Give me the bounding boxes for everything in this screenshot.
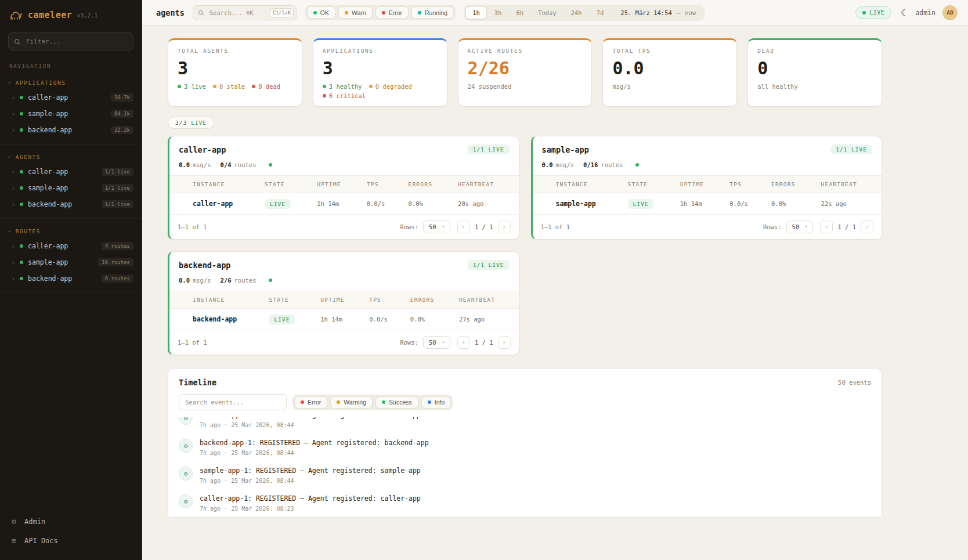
running-dot	[418, 11, 421, 15]
avatar[interactable]: AD	[942, 5, 958, 20]
timeline-event[interactable]: ⚙ caller-app-1: REGISTERED — Agent regis…	[179, 489, 871, 517]
stat-subtext: msg/s	[612, 83, 727, 90]
page-indicator: 1 / 1	[475, 339, 493, 346]
timeline-event[interactable]: ⚙ caller-app-1: REGISTERED — Agent regis…	[179, 417, 871, 433]
item-badge: 84.1k	[111, 110, 133, 118]
time-range-24h[interactable]: 24h	[564, 6, 589, 19]
errors-cell: 0.0%	[404, 309, 453, 330]
filter-pill-warn[interactable]: Warn	[338, 6, 373, 19]
health-dot	[635, 163, 639, 167]
time-range-6h[interactable]: 6h	[509, 6, 530, 19]
timeline-filter-error[interactable]: Error	[294, 396, 327, 409]
prev-page-button[interactable]: ‹	[457, 336, 470, 349]
next-page-button[interactable]: ›	[861, 221, 873, 233]
rows-label: Rows:	[763, 223, 782, 230]
uptime-cell: 1h 14m	[315, 309, 363, 330]
chevron-right-icon: ›	[12, 169, 15, 175]
section-header-agents[interactable]: ▾ AGENTS	[0, 148, 142, 164]
live-summary-count: 3/3	[175, 120, 187, 126]
prev-page-button[interactable]: ‹	[457, 221, 470, 233]
timeline-event-list[interactable]: ⚙ caller-app-1: REGISTERED — Agent regis…	[168, 417, 882, 517]
tps-value: 0.0	[542, 161, 553, 168]
next-page-button[interactable]: ›	[498, 336, 511, 349]
item-badge: 6 routes	[102, 274, 133, 283]
instance-name: backend-app	[187, 309, 263, 330]
sidebar-item-application-backend-app[interactable]: › backend-app 32.2k	[0, 122, 142, 138]
time-range-1h[interactable]: 1h	[465, 6, 487, 19]
filter-label: Running	[425, 9, 447, 16]
section-header-applications[interactable]: ▾ APPLICATIONS	[0, 74, 142, 89]
item-badge: 32.2k	[111, 126, 133, 134]
timeline-filter-info[interactable]: Info	[421, 396, 452, 409]
filter-pill-error[interactable]: Error	[375, 6, 409, 19]
rows-per-page-select[interactable]: 50 ▾	[423, 336, 450, 349]
sidebar-item-agent-backend-app[interactable]: › backend-app 1/1 live	[0, 196, 142, 212]
page-title: agents	[156, 8, 185, 17]
event-gear-icon: ⚙	[179, 494, 193, 508]
time-range-group: 1h 3h 6h Today 24h 7d 25. März 14:54 — n…	[464, 5, 705, 21]
next-page-button[interactable]: ›	[498, 221, 511, 233]
sidebar-item-admin[interactable]: ⚙ Admin	[9, 512, 132, 530]
sidebar-item-routes-sample-app[interactable]: › sample-app 16 routes	[0, 254, 142, 270]
content: TOTAL AGENTS 3 3 live 0 stale 0 dead APP…	[142, 26, 968, 560]
table-footer: 1–1 of 1 Rows: 50 ▾ ‹ 1 / 1 ›	[169, 215, 519, 239]
status-dot	[20, 277, 23, 280]
table-row[interactable]: caller-app LIVE 1h 14m 0.0/s 0.0% 20s ag…	[169, 193, 519, 215]
instance-name: caller-app	[187, 193, 259, 215]
col-header: INSTANCE	[187, 291, 263, 309]
time-range-display: 25. März 14:54 — now	[611, 9, 703, 16]
sidebar-item-agent-caller-app[interactable]: › caller-app 1/1 live	[0, 164, 142, 180]
routes-unit: routes	[234, 161, 257, 168]
success-dot	[382, 400, 385, 404]
healthy-dot	[323, 85, 326, 88]
sidebar-item-application-sample-app[interactable]: › sample-app 84.1k	[0, 106, 142, 122]
event-timestamp: 7h ago · 25 Mar 2026, 08:44	[200, 422, 421, 428]
time-range-today[interactable]: Today	[531, 6, 564, 19]
sidebar-section-agents: ▾ AGENTS › caller-app 1/1 live › sample-…	[0, 144, 142, 219]
table-row[interactable]: sample-app LIVE 1h 14m 0.0/s 0.0% 22s ag…	[533, 193, 882, 215]
dark-mode-toggle-icon[interactable]: ☾	[898, 6, 908, 19]
row-range: 1–1 of 1	[178, 223, 400, 230]
time-range-7d[interactable]: 7d	[590, 6, 611, 19]
chevron-down-icon: ▾	[442, 225, 445, 229]
sidebar-item-agent-sample-app[interactable]: › sample-app 1/1 live	[0, 180, 142, 196]
health-dot	[269, 163, 272, 167]
sidebar-item-application-caller-app[interactable]: › caller-app 10.7k	[0, 89, 142, 106]
detail-text: 0 stale	[219, 83, 245, 90]
item-badge: 1/1 live	[102, 200, 133, 208]
instances-table: INSTANCE STATE UPTIME TPS ERRORS HEARTBE…	[533, 176, 882, 215]
sidebar-filter-input[interactable]	[8, 32, 133, 50]
search-icon	[198, 9, 204, 16]
timeline-controls: Error Warning Success Info	[168, 394, 882, 417]
sidebar-item-api-docs[interactable]: ≡ API Docs	[9, 532, 132, 550]
rows-per-page-select[interactable]: 50 ▾	[786, 221, 814, 233]
filter-pill-ok[interactable]: OK	[307, 6, 335, 19]
filter-label: Warning	[344, 399, 366, 406]
chevron-down-icon: ▾	[8, 155, 12, 160]
warn-dot	[345, 11, 348, 15]
item-label: caller-app	[28, 93, 106, 102]
sidebar-item-routes-backend-app[interactable]: › backend-app 6 routes	[0, 270, 142, 287]
timeline-filter-success[interactable]: Success	[375, 396, 418, 409]
prev-page-button[interactable]: ‹	[820, 221, 833, 233]
sidebar-item-routes-caller-app[interactable]: › caller-app 4 routes	[0, 238, 142, 254]
detail-text: 0 dead	[258, 83, 280, 90]
time-range-3h[interactable]: 3h	[487, 6, 509, 19]
page-indicator: 1 / 1	[837, 223, 856, 230]
stat-value: 0.0	[612, 60, 727, 77]
timeline-search-input[interactable]	[179, 394, 287, 410]
section-header-routes[interactable]: ▾ ROUTES	[0, 222, 142, 238]
timeline-event-count: 50 events	[838, 379, 871, 386]
footer-item-label: Admin	[24, 518, 45, 526]
filter-pill-running[interactable]: Running	[411, 6, 454, 19]
table-row[interactable]: backend-app LIVE 1h 14m 0.0/s 0.0% 27s a…	[169, 309, 519, 330]
timeline-filter-warning[interactable]: Warning	[330, 396, 373, 409]
event-title: backend-app-1: REGISTERED — Agent regist…	[200, 439, 429, 447]
timeline-event[interactable]: ⚙ backend-app-1: REGISTERED — Agent regi…	[179, 433, 871, 461]
range-end: now	[685, 9, 696, 16]
item-badge: 10.7k	[111, 93, 133, 102]
live-summary-row: 3/3 LIVE	[168, 116, 882, 129]
rows-per-page-select[interactable]: 50 ▾	[423, 221, 450, 233]
state-badge: LIVE	[265, 199, 291, 209]
timeline-event[interactable]: ⚙ sample-app-1: REGISTERED — Agent regis…	[179, 461, 871, 489]
